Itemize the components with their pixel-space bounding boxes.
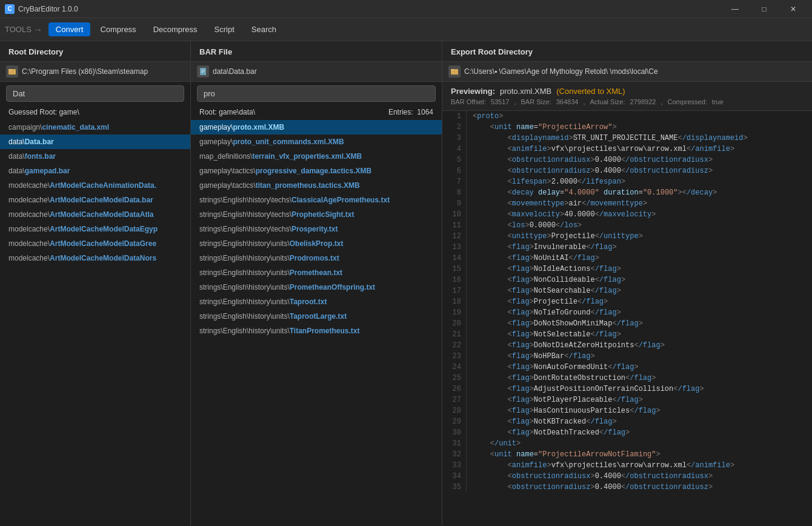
compressed-value: true	[712, 98, 724, 105]
code-line: 14 <flag>NoUnitAI</flag>	[442, 253, 812, 264]
line-content: <animfile>vfx\projectiles\arrow\arrow.xm…	[467, 144, 740, 155]
actual-size-value: 2798922	[630, 98, 656, 105]
actual-size-label: Actual Size:	[590, 98, 625, 105]
line-content: <decay delay="4.0000" duration="0.1000">…	[467, 187, 723, 198]
bar-file-item[interactable]: strings\English\history\units\Promethean…	[191, 265, 442, 280]
preview-filename: proto.xml.XMB	[500, 87, 551, 96]
export-path-row: C:\Users\▪ \Games\Age of Mythology Retol…	[442, 62, 812, 82]
bar-file-item[interactable]: gameplay\tactics\titan_prometheus.tactic…	[191, 178, 442, 193]
code-line: 29 <flag>NotKBTracked</flag>	[442, 416, 812, 427]
line-content: <flag>NotSelectable</flag>	[467, 329, 627, 340]
line-number: 3	[442, 133, 467, 144]
bar-size-label: BAR Size:	[521, 98, 551, 105]
root-file-item[interactable]: modelcache\ArtModelCacheModelDataNors	[0, 251, 190, 265]
line-number: 12	[442, 231, 467, 242]
line-content: <unit name="ProjectileArrow">	[467, 122, 623, 133]
line-content: <unit name="ProjectileArrowNotFlaming">	[467, 449, 667, 460]
line-content: <flag>DontRotateObstruction</flag>	[467, 373, 662, 384]
compressed-label: Compressed:	[667, 98, 707, 105]
line-number: 25	[442, 373, 467, 384]
bar-file-item[interactable]: strings\English\history\units\Promethean…	[191, 280, 442, 295]
bar-file-item[interactable]: gameplay\proto.xml.XMB	[191, 120, 442, 135]
bar-file-item[interactable]: gameplay\tactics\progressive_damage.tact…	[191, 164, 442, 178]
code-line: 9 <movementtype>air</movementtype>	[442, 198, 812, 209]
line-number: 29	[442, 416, 467, 427]
preview-title-row: Previewing: proto.xml.XMB (Converted to …	[451, 87, 804, 96]
close-button[interactable]: ✕	[779, 0, 807, 18]
export-path: C:\Users\▪ \Games\Age of Mythology Retol…	[464, 67, 806, 76]
line-number: 35	[442, 482, 467, 493]
code-line: 16 <flag>NonCollideable</flag>	[442, 275, 812, 285]
bar-file-list: gameplay\proto.xml.XMBgameplay\proto_uni…	[191, 120, 442, 526]
root-file-item[interactable]: data\Data.bar	[0, 135, 190, 149]
bar-file-item[interactable]: strings\English\history\techs\ClassicalA…	[191, 193, 442, 207]
menu-item-script[interactable]: Script	[207, 22, 242, 36]
bar-file-item[interactable]: gameplay\proto_unit_commands.xml.XMB	[191, 135, 442, 149]
code-line: 35 <obstructionradiusz>0.4000</obstructi…	[442, 482, 812, 493]
line-number: 23	[442, 351, 467, 362]
root-file-item[interactable]: campaign\cinematic_data.xml	[0, 120, 190, 135]
code-view: 1<proto>2 <unit name="ProjectileArrow">3…	[442, 111, 812, 526]
code-line: 13 <flag>Invulnerable</flag>	[442, 242, 812, 253]
menubar: TOOLS → Convert Compress Decompress Scri…	[0, 18, 812, 41]
line-number: 19	[442, 307, 467, 318]
line-number: 11	[442, 220, 467, 231]
menu-item-convert[interactable]: Convert	[48, 22, 91, 36]
root-file-item[interactable]: data\gamepad.bar	[0, 164, 190, 178]
root-file-item[interactable]: modelcache\ArtModelCacheModelData.bar	[0, 193, 190, 207]
root-file-item[interactable]: modelcache\ArtModelCacheModelDataAtla	[0, 207, 190, 222]
line-content: </unit>	[467, 438, 527, 449]
bar-file-item[interactable]: strings\English\history\units\ObeliskPro…	[191, 236, 442, 251]
menu-item-search[interactable]: Search	[244, 22, 284, 36]
bar-offset-value: 53517	[491, 98, 510, 105]
root-file-item[interactable]: data\fonts.bar	[0, 149, 190, 164]
line-number: 4	[442, 144, 467, 155]
minimize-button[interactable]: —	[721, 0, 749, 18]
root-file-item[interactable]: modelcache\ArtModelCacheModelDataGree	[0, 236, 190, 251]
code-line: 21 <flag>NotSelectable</flag>	[442, 329, 812, 340]
code-line: 30 <flag>NotDeathTracked</flag>	[442, 427, 812, 438]
line-number: 20	[442, 318, 467, 329]
line-content: <los>0.0000</los>	[467, 220, 588, 231]
line-content: <animfile>vfx\projectiles\arrow\arrow.xm…	[467, 460, 740, 471]
maximize-button[interactable]: □	[750, 0, 778, 18]
menu-item-decompress[interactable]: Decompress	[146, 22, 205, 36]
code-line: 28 <flag>HasContinuousParticles</flag>	[442, 405, 812, 416]
svg-rect-4	[201, 71, 205, 72]
bar-file-path: data\Data.bar	[213, 67, 436, 76]
bar-file-item[interactable]: map_definitions\terrain_vfx_properties.x…	[191, 149, 442, 164]
bar-file-item[interactable]: strings\English\history\techs\PropheticS…	[191, 207, 442, 222]
line-content: <flag>NoHPBar</flag>	[467, 351, 601, 362]
root-directory-search[interactable]	[6, 85, 184, 102]
line-number: 5	[442, 155, 467, 165]
menu-item-compress[interactable]: Compress	[93, 22, 143, 36]
svg-rect-7	[451, 69, 454, 70]
line-number: 9	[442, 198, 467, 209]
line-content: <flag>NotPlayerPlaceable</flag>	[467, 394, 649, 405]
bar-file-item[interactable]: strings\English\history\units\Prodromos.…	[191, 251, 442, 265]
bar-file-item[interactable]: strings\English\history\units\TitanProme…	[191, 324, 442, 338]
root-file-item[interactable]: modelcache\ArtModelCacheModelDataEgyp	[0, 222, 190, 236]
line-content: <flag>NonCollideable</flag>	[467, 275, 631, 285]
line-number: 32	[442, 449, 467, 460]
bar-file-item[interactable]: strings\English\history\units\Taproot.tx…	[191, 295, 442, 309]
line-number: 7	[442, 176, 467, 187]
line-content: <flag>Invulnerable</flag>	[467, 242, 623, 253]
root-directory-header: Root Directory	[0, 41, 190, 62]
svg-rect-3	[201, 70, 205, 70]
code-line: 5 <obstructionradiusx>0.4000</obstructio…	[442, 155, 812, 165]
line-number: 10	[442, 209, 467, 220]
app-icon: C	[5, 4, 15, 14]
guessed-root-label: Guessed Root: game\	[0, 105, 190, 120]
bar-file-header: BAR File	[191, 41, 442, 62]
line-content: <flag>NotKBTracked</flag>	[467, 416, 623, 427]
line-content: <flag>NotSearchable</flag>	[467, 285, 627, 296]
line-content: <proto>	[467, 111, 509, 122]
line-content: <movementtype>air</movementtype>	[467, 198, 653, 209]
bar-file-item[interactable]: strings\English\history\techs\Prosperity…	[191, 222, 442, 236]
line-content: <flag>NoTieToGround</flag>	[467, 307, 627, 318]
bar-file-item[interactable]: strings\English\history\units\TaprootLar…	[191, 309, 442, 324]
preview-converted-label: (Converted to XML)	[556, 87, 625, 96]
bar-file-search[interactable]	[197, 85, 436, 102]
root-file-item[interactable]: modelcache\ArtModelCacheAnimationData.	[0, 178, 190, 193]
